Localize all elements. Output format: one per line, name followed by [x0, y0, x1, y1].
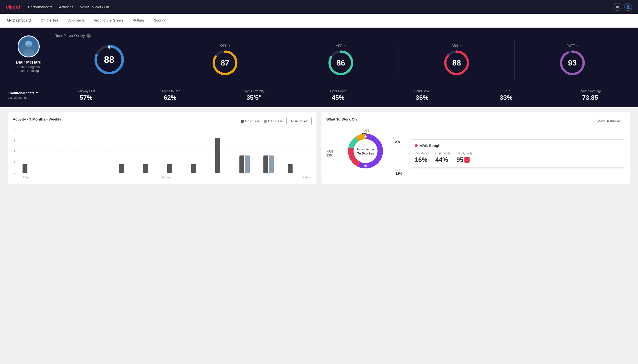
legend-on-course: On course [241, 119, 260, 123]
stat-sandsave: Sand Save 36% [382, 89, 462, 102]
bars-area [21, 130, 312, 173]
bar-group-12 [288, 164, 310, 173]
app-logo: clippd [6, 4, 20, 10]
metric-opportunity: Opportunity 44% [435, 152, 451, 164]
stat-updown: Up & Down 45% [298, 89, 378, 102]
label-putt: ARG 21% [326, 150, 333, 157]
nav-activities[interactable]: Activities [59, 5, 73, 9]
view-dashboard-button[interactable]: View Dashboard [594, 117, 625, 125]
stat-gir: Greens In Reg 62% [130, 89, 210, 102]
player-name: Blair McHarg [16, 60, 42, 65]
metric-importance: Importance 16% [415, 152, 430, 164]
legend-off-course: Off course [264, 119, 283, 123]
svg-point-15 [456, 51, 458, 53]
gauge-ott: OTT ↗ 87 [167, 41, 283, 79]
tab-approach[interactable]: Approach [67, 14, 85, 28]
bar-group-9 [215, 138, 237, 173]
x-label-may: 9 May [302, 176, 310, 179]
gauge-app: APP ↗ 86 [283, 41, 398, 79]
label-arg: APP 12% [395, 168, 402, 176]
bar-group-8 [191, 164, 213, 173]
player-card: Blair McHarg United Kingdom Plus Handica… [8, 34, 50, 72]
quality-section: Total Player Quality ? 88 [55, 34, 630, 79]
hero-top: Blair McHarg United Kingdom Plus Handica… [8, 34, 630, 79]
user-menu-button[interactable]: 👤 [624, 3, 632, 11]
player-handicap: Plus Handicap [18, 69, 39, 72]
wtwo-title: What To Work On [326, 117, 357, 121]
tabs-bar: My Dashboard Off the Tee Approach Around… [0, 14, 638, 28]
gauge-app-label: APP ↗ [336, 44, 345, 48]
off-course-dot [264, 120, 267, 123]
x-label-feb: 7 Feb [23, 176, 29, 179]
x-axis: 7 Feb 28 Mar 9 May [21, 176, 312, 179]
overall-value: 88 [104, 54, 114, 65]
wtwo-header: What To Work On View Dashboard [326, 117, 625, 125]
bar-off [269, 156, 274, 173]
svg-point-12 [340, 51, 342, 53]
svg-point-18 [571, 51, 573, 53]
stat-fairways: Fairways Hit 57% [46, 89, 126, 102]
all-activities-button[interactable]: All Activities [286, 117, 312, 125]
wtwo-content: PUTT 57% OTT 10% APP 12% ARG 21% [326, 129, 625, 178]
gauge-arg-label: ARG ↗ [452, 44, 462, 48]
chart-area: 4 3 2 1 0 [13, 130, 312, 179]
stats-help-icon[interactable]: ? [36, 91, 38, 95]
svg-point-9 [224, 51, 226, 53]
putt-arrow-icon: ↗ [576, 44, 578, 47]
info-metrics: Importance 16% Opportunity 44% Shot Qual… [415, 152, 620, 164]
circle-arg: 88 [443, 50, 470, 76]
bar-on [215, 138, 220, 173]
gauge-putt: PUTT ↗ 93 [514, 41, 630, 79]
activity-header: Activity - 3 Months - Weekly On course O… [13, 117, 312, 125]
avatar [18, 36, 40, 58]
nav-icons: ⊕ 👤 [613, 3, 632, 11]
arg-value: 88 [452, 58, 461, 68]
x-label-mar: 28 Mar [162, 176, 170, 179]
bar-group-6 [143, 164, 165, 173]
nav-performance[interactable]: Performance ▾ [28, 5, 52, 9]
arg-arrow-icon: ↗ [460, 44, 462, 47]
player-country: United Kingdom [17, 65, 40, 69]
circle-ott: 87 [211, 50, 239, 76]
nav-what-to-work-on[interactable]: What To Work On [80, 5, 109, 9]
tab-off-the-tee[interactable]: Off the Tee [40, 14, 60, 28]
putt-value: 93 [568, 58, 577, 68]
bar-on [167, 164, 172, 173]
info-card: ARG Rough Importance 16% Opportunity 44%… [409, 139, 625, 168]
hero-section: Blair McHarg United Kingdom Plus Handica… [0, 28, 638, 107]
tab-scoring[interactable]: Scoring [153, 14, 167, 28]
add-button[interactable]: ⊕ [613, 3, 621, 11]
bar-on [143, 164, 148, 173]
tab-around-the-green[interactable]: Around the Green [93, 14, 124, 28]
gauge-overall: 88 [55, 41, 167, 79]
on-course-dot [241, 120, 244, 123]
stats-title: Traditional Stats ? [8, 91, 42, 95]
bar-on [288, 164, 293, 173]
bar-off [245, 156, 250, 173]
bar-group-7 [167, 164, 189, 173]
ott-arrow-icon: ↗ [228, 44, 230, 47]
circle-putt: 93 [559, 50, 586, 76]
stat-scoring: Scoring Average 73.85 [550, 89, 630, 102]
metric-shot-quality: Shot Quality 95 ↓ [456, 152, 472, 164]
help-icon[interactable]: ? [86, 34, 91, 38]
svg-point-25 [364, 164, 367, 167]
top-nav: clippd Performance ▾ Activities What To … [0, 0, 638, 14]
app-value: 86 [336, 58, 345, 68]
activity-card: Activity - 3 Months - Weekly On course O… [8, 112, 317, 184]
chart-legend: On course Off course All Activities [241, 117, 312, 125]
bar-on [263, 156, 268, 173]
label-app: OTT 10% [393, 136, 400, 144]
tab-putting[interactable]: Putting [132, 14, 145, 28]
gauge-putt-label: PUTT ↗ [567, 44, 578, 48]
stats-row: Traditional Stats ? Last 20 rounds Fairw… [8, 85, 630, 102]
bottom-cards: Activity - 3 Months - Weekly On course O… [0, 107, 638, 189]
bar-group-10 [240, 156, 262, 173]
nav-links: Performance ▾ Activities What To Work On [28, 5, 606, 9]
gauge-ott-label: OTT ↗ [220, 44, 230, 48]
svg-rect-3 [21, 45, 36, 52]
donut-area: PUTT 57% OTT 10% APP 12% ARG 21% [326, 129, 405, 178]
app-arrow-icon: ↗ [343, 44, 346, 47]
tab-my-dashboard[interactable]: My Dashboard [6, 14, 32, 28]
stats-label-block: Traditional Stats ? Last 20 rounds [8, 91, 42, 100]
